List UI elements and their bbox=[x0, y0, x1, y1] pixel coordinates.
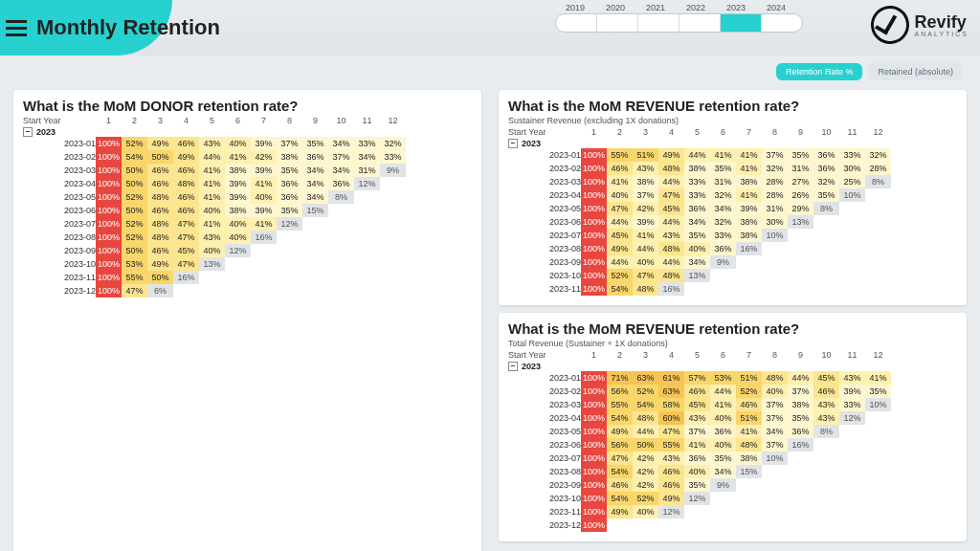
retention-cell: 26% bbox=[788, 188, 813, 202]
retention-cell: 100% bbox=[96, 257, 122, 271]
retention-cell: 48% bbox=[633, 282, 658, 296]
year-selector[interactable] bbox=[555, 13, 803, 33]
pill-rate[interactable]: Retention Rate % bbox=[776, 63, 863, 80]
menu-icon[interactable] bbox=[6, 16, 27, 40]
retention-cell: 49% bbox=[607, 505, 633, 518]
retention-cell: 100% bbox=[581, 398, 607, 411]
retention-cell: 46% bbox=[658, 465, 684, 478]
retention-cell: 46% bbox=[658, 478, 684, 492]
retention-cell: 54% bbox=[607, 465, 633, 478]
month-col: 6 bbox=[710, 350, 736, 360]
retention-cell: 52% bbox=[122, 190, 147, 204]
retention-cell: 38% bbox=[736, 175, 762, 188]
retention-cell: 41% bbox=[736, 148, 762, 162]
retention-cell: 38% bbox=[225, 164, 251, 177]
retention-cell: 13% bbox=[199, 257, 225, 271]
retention-cell: 57% bbox=[684, 371, 710, 385]
table-row: 2023-12100% bbox=[508, 518, 891, 532]
retention-cell: 44% bbox=[658, 255, 684, 269]
year-slot-2020[interactable] bbox=[597, 14, 638, 32]
card-donor: What is the MoM DONOR retention rate? St… bbox=[13, 90, 481, 551]
retention-cell: 100% bbox=[581, 175, 607, 188]
retention-cell: 34% bbox=[328, 164, 354, 177]
retention-cell: 41% bbox=[199, 177, 225, 190]
table-row: 2023-03100%55%54%58%45%41%46%37%38%43%33… bbox=[508, 398, 891, 411]
retention-cell: 43% bbox=[633, 162, 658, 175]
retention-cell: 43% bbox=[839, 371, 865, 385]
retention-cell: 49% bbox=[607, 425, 633, 438]
month-col: 12 bbox=[865, 350, 891, 360]
retention-cell: 16% bbox=[658, 282, 684, 296]
retention-cell: 35% bbox=[710, 452, 736, 465]
retention-cell: 32% bbox=[762, 162, 788, 175]
retention-cell: 54% bbox=[122, 150, 147, 164]
cohort-group[interactable]: −2023 bbox=[508, 139, 957, 148]
retention-cell: 39% bbox=[251, 137, 277, 150]
retention-cell: 40% bbox=[225, 137, 251, 150]
table-row: 2023-06100%50%46%46%40%38%39%35%15% bbox=[23, 204, 406, 217]
retention-cell: 100% bbox=[581, 411, 607, 425]
retention-cell: 36% bbox=[788, 425, 813, 438]
retention-cell: 39% bbox=[736, 202, 762, 215]
row-label: 2023-01 bbox=[23, 137, 96, 150]
retention-cell: 100% bbox=[581, 188, 607, 202]
retention-cell: 63% bbox=[633, 371, 658, 385]
retention-cell: 43% bbox=[199, 231, 225, 244]
retention-cell: 60% bbox=[658, 411, 684, 425]
collapse-icon[interactable]: − bbox=[508, 139, 518, 148]
retention-cell: 35% bbox=[788, 411, 813, 425]
retention-cell: 41% bbox=[251, 177, 277, 190]
year-slot-2024[interactable] bbox=[762, 14, 802, 32]
retention-cell: 40% bbox=[251, 190, 277, 204]
retention-cell: 49% bbox=[147, 257, 173, 271]
month-col: 9 bbox=[302, 116, 328, 125]
retention-cell: 44% bbox=[658, 215, 684, 229]
year-slot-2023[interactable] bbox=[721, 14, 762, 32]
month-col: 1 bbox=[581, 127, 607, 137]
retention-cell: 41% bbox=[199, 190, 225, 204]
retention-cell: 56% bbox=[607, 385, 633, 398]
retention-cell: 40% bbox=[710, 411, 736, 425]
month-col: 12 bbox=[380, 116, 406, 125]
retention-cell: 100% bbox=[96, 164, 122, 177]
retention-cell: 8% bbox=[328, 190, 354, 204]
row-label: 2023-06 bbox=[508, 215, 581, 229]
cohort-group[interactable]: −2023 bbox=[508, 362, 957, 371]
cohort-header: Start Year123456789101112 bbox=[23, 116, 472, 125]
retention-cell: 52% bbox=[633, 492, 658, 505]
retention-cell: 36% bbox=[684, 202, 710, 215]
table-row: 2023-11100%55%50%16% bbox=[23, 271, 406, 284]
pill-absolute[interactable]: Retained (absolute) bbox=[868, 63, 963, 80]
retention-cell: 49% bbox=[658, 492, 684, 505]
month-col: 3 bbox=[633, 127, 658, 137]
table-row: 2023-12100%47%6% bbox=[23, 284, 406, 298]
retention-cell: 16% bbox=[173, 271, 199, 284]
year-label: 2023 bbox=[716, 2, 756, 13]
retention-cell: 51% bbox=[736, 371, 762, 385]
month-col: 10 bbox=[813, 127, 839, 137]
cohort-group[interactable]: −2023 bbox=[23, 127, 472, 137]
retention-cell: 47% bbox=[658, 188, 684, 202]
retention-cell: 46% bbox=[147, 204, 173, 217]
retention-cell: 100% bbox=[96, 150, 122, 164]
retention-cell: 32% bbox=[710, 188, 736, 202]
retention-cell: 55% bbox=[607, 148, 633, 162]
retention-cell: 36% bbox=[277, 190, 302, 204]
retention-cell: 42% bbox=[633, 202, 658, 215]
year-slot-2022[interactable] bbox=[679, 14, 721, 32]
topbar: Monthly Retention 2019202020212022202320… bbox=[0, 0, 980, 55]
retention-cell: 100% bbox=[581, 202, 607, 215]
year-slot-2021[interactable] bbox=[638, 14, 679, 32]
group-label: 2023 bbox=[36, 127, 56, 137]
year-slot-2019[interactable] bbox=[556, 14, 597, 32]
table-row: 2023-07100%45%41%43%35%33%38%10% bbox=[508, 229, 891, 242]
retention-cell: 44% bbox=[633, 242, 658, 255]
retention-cell: 47% bbox=[122, 284, 147, 298]
year-label: 2019 bbox=[555, 2, 595, 13]
retention-cell: 34% bbox=[328, 137, 354, 150]
retention-cell: 47% bbox=[173, 217, 199, 231]
page-title: Monthly Retention bbox=[36, 15, 220, 40]
collapse-icon[interactable]: − bbox=[508, 362, 518, 371]
collapse-icon[interactable]: − bbox=[23, 127, 33, 137]
retention-cell: 44% bbox=[607, 255, 633, 269]
